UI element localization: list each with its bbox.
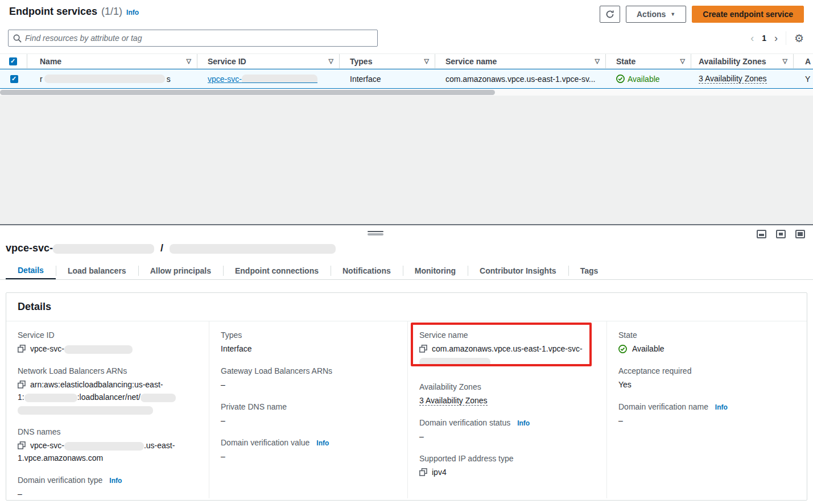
redacted-name (44, 75, 165, 83)
tab-details[interactable]: Details (6, 262, 56, 279)
copy-icon[interactable] (419, 468, 427, 476)
row-availability-zones-cell: 3 Availability Zones (691, 69, 794, 88)
domain-verification-value-info-link[interactable]: Info (316, 439, 329, 447)
pagination-prev-icon[interactable]: ‹ (750, 33, 754, 43)
redacted-lb-id (18, 406, 153, 415)
refresh-button[interactable] (600, 6, 620, 23)
column-header-name[interactable]: Name ▽ (27, 54, 197, 68)
tab-monitoring[interactable]: Monitoring (403, 262, 468, 279)
private-dns-name-value: – (221, 414, 396, 427)
search-box[interactable] (8, 30, 378, 47)
domain-verification-type-label: Domain verification type Info (18, 476, 197, 485)
page-background (0, 96, 813, 224)
availability-zones-popover-trigger[interactable]: 3 Availability Zones (419, 396, 488, 406)
column-header-types[interactable]: Types ▽ (340, 54, 435, 68)
private-dns-name-label: Private DNS name (221, 402, 396, 411)
copy-icon[interactable] (18, 381, 26, 389)
tab-contributor-insights[interactable]: Contributor Insights (468, 262, 568, 279)
search-icon (13, 34, 22, 43)
horizontal-scrollbar-thumb[interactable] (0, 90, 495, 95)
glb-arns-label: Gateway Load Balancers ARNs (221, 366, 396, 375)
filter-icon[interactable]: ▽ (329, 57, 333, 65)
details-column-2: Types Interface Gateway Load Balancers A… (209, 321, 408, 498)
domain-verification-value-label: Domain verification value Info (221, 438, 396, 447)
row-service-name-cell: com.amazonaws.vpce.us-east-1.vpce-sv... (435, 69, 606, 88)
tab-load-balancers[interactable]: Load balancers (56, 262, 138, 279)
redacted-service-name-id (419, 358, 490, 366)
column-header-acceptance[interactable]: A (794, 54, 813, 68)
table-header-row: Name ▽ Service ID ▽ Types ▽ Service name… (0, 53, 813, 69)
row-state-cell: Available (606, 69, 691, 88)
panel-position-maximize-icon[interactable] (795, 230, 805, 238)
details-heading: Details (6, 293, 807, 321)
filter-icon[interactable]: ▽ (783, 57, 787, 65)
state-value: Available (618, 342, 795, 355)
details-column-4: State Available Acceptance required Yes (607, 321, 807, 498)
state-label: State (618, 331, 795, 340)
redacted-lb-name (141, 394, 176, 402)
domain-verification-name-info-link[interactable]: Info (715, 403, 728, 411)
column-header-service-id[interactable]: Service ID ▽ (197, 54, 340, 68)
service-name-label: Service name (419, 331, 595, 340)
filter-icon[interactable]: ▽ (680, 57, 685, 65)
tab-notifications[interactable]: Notifications (331, 262, 403, 279)
supported-ip-type-value: ipv4 (432, 468, 447, 477)
domain-verification-status-label: Domain verification status Info (419, 418, 595, 427)
settings-gear-icon[interactable]: ⚙ (794, 33, 804, 44)
types-label: Types (221, 331, 396, 340)
column-header-state[interactable]: State ▽ (606, 54, 691, 68)
details-column-3: Service name com.amazonaws.vpce.us-east-… (408, 321, 607, 498)
copy-icon[interactable] (18, 441, 26, 449)
row-service-id-cell: vpce-svc- (197, 69, 340, 88)
filter-icon[interactable]: ▽ (595, 57, 600, 65)
endpoint-services-table: Name ▽ Service ID ▽ Types ▽ Service name… (0, 53, 813, 96)
domain-verification-name-value: – (618, 414, 795, 427)
title-info-link[interactable]: Info (126, 9, 139, 16)
row-select-cell (0, 69, 27, 88)
redacted-endpoint-name (170, 244, 336, 254)
tab-allow-principals[interactable]: Allow principals (138, 262, 223, 279)
column-header-service-name[interactable]: Service name ▽ (435, 54, 606, 68)
actions-button[interactable]: Actions ▼ (626, 6, 686, 23)
service-id-link[interactable]: vpce-svc- (208, 75, 242, 84)
redacted-dns-id (64, 442, 144, 451)
service-id-label: Service ID (18, 331, 197, 340)
domain-verification-type-info-link[interactable]: Info (109, 477, 122, 485)
row-acceptance-cell: Y (794, 69, 813, 88)
row-checkbox[interactable] (10, 75, 18, 83)
redacted-account-id (24, 394, 77, 402)
tab-tags[interactable]: Tags (568, 262, 610, 279)
pagination-current-page[interactable]: 1 (762, 34, 766, 43)
acceptance-required-value: Yes (618, 378, 795, 391)
domain-verification-status-info-link[interactable]: Info (517, 419, 530, 427)
pagination-next-icon[interactable]: › (774, 33, 778, 43)
horizontal-scrollbar (0, 89, 813, 96)
column-header-availability-zones[interactable]: Availability Zones ▽ (691, 54, 794, 68)
filter-icon[interactable]: ▽ (424, 57, 429, 65)
check-circle-icon (616, 75, 625, 83)
split-panel-drag-handle[interactable] (368, 231, 383, 236)
copy-icon[interactable] (419, 345, 427, 353)
pagination-divider (786, 31, 786, 45)
supported-ip-type-label: Supported IP address type (419, 454, 595, 463)
glb-arns-value: – (221, 378, 396, 391)
filter-icon[interactable]: ▽ (187, 57, 191, 65)
panel-position-bottom-icon[interactable] (757, 230, 766, 238)
resource-count: (1/1) (101, 6, 122, 18)
actions-button-label: Actions (637, 10, 666, 19)
panel-position-split-icon[interactable] (776, 230, 786, 238)
domain-verification-value: – (221, 450, 396, 462)
header-select-all-cell (0, 54, 27, 68)
search-input[interactable] (25, 34, 373, 43)
split-panel: vpce-svc- / Details Load balancers Allow… (0, 224, 813, 504)
nlb-arns-label: Network Load Balancers ARNs (18, 366, 197, 375)
domain-verification-status-value: – (419, 430, 595, 443)
copy-icon[interactable] (18, 345, 26, 353)
table-row[interactable]: r s vpce-svc- Interface com.amazonaws.vp… (0, 69, 813, 89)
create-endpoint-service-button[interactable]: Create endpoint service (692, 6, 804, 23)
availability-zones-label: Availability Zones (419, 382, 595, 391)
select-all-checkbox[interactable] (9, 57, 17, 65)
create-button-label: Create endpoint service (703, 10, 793, 19)
availability-zones-popover-trigger[interactable]: 3 Availability Zones (699, 74, 767, 84)
tab-endpoint-connections[interactable]: Endpoint connections (223, 262, 331, 279)
